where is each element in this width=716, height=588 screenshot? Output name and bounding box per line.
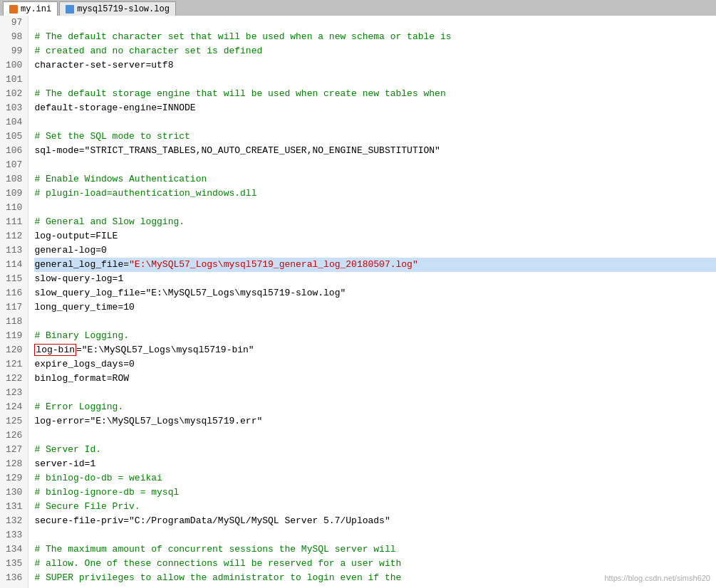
line-number: 130 <box>6 485 22 500</box>
line-number: 120 <box>6 343 22 357</box>
code-line: # Enable Windows Authentication <box>34 172 716 187</box>
line-number: 113 <box>6 243 22 258</box>
line-number: 115 <box>6 272 22 286</box>
line-number: 127 <box>6 443 22 457</box>
line-number: 98 <box>6 30 22 44</box>
line-number: 119 <box>6 329 22 343</box>
code-line <box>34 201 716 215</box>
code-line: # allow. One of these connections will b… <box>34 557 716 571</box>
code-line <box>34 429 716 443</box>
log-icon <box>66 5 74 14</box>
code-line: # Error Logging. <box>34 400 716 414</box>
tab-bar: my.ini mysql5719-slow.log <box>0 0 716 16</box>
db-icon <box>9 5 18 14</box>
line-number: 104 <box>6 115 22 130</box>
line-number: 134 <box>6 542 22 557</box>
code-line: # binlog-do-db = weikai <box>34 471 716 485</box>
line-number: 133 <box>6 528 22 542</box>
code-line: # The maximum amount of concurrent sessi… <box>34 542 716 557</box>
line-number: 125 <box>6 414 22 429</box>
line-number: 101 <box>6 73 22 87</box>
line-number: 103 <box>6 101 22 115</box>
line-number: 112 <box>6 229 22 243</box>
code-line: default-storage-engine=INNODE <box>34 101 716 115</box>
code-line <box>34 158 716 172</box>
code-line: log-error="E:\MySQL57_Logs\mysql5719.err… <box>34 414 716 429</box>
code-line <box>34 315 716 329</box>
code-line <box>34 386 716 400</box>
code-line: binlog_format=ROW <box>34 372 716 386</box>
code-line: # Secure File Priv. <box>34 500 716 514</box>
code-line: # binlog-ignore-db = mysql <box>34 485 716 500</box>
line-number: 114 <box>6 258 22 272</box>
tab-slow-log[interactable]: mysql5719-slow.log <box>59 1 176 16</box>
code-line: slow-query-log=1 <box>34 272 716 286</box>
code-line: # Set the SQL mode to strict <box>34 130 716 144</box>
line-number: 102 <box>6 87 22 101</box>
line-number: 123 <box>6 386 22 400</box>
code-line: long_query_time=10 <box>34 300 716 315</box>
code-line: log-output=FILE <box>34 229 716 243</box>
line-number: 126 <box>6 429 22 443</box>
code-line: # The default character set that will be… <box>34 30 716 44</box>
tab-my-ini-label: my.ini <box>21 4 51 14</box>
line-number: 107 <box>6 158 22 172</box>
code-line: sql-mode="STRICT_TRANS_TABLES,NO_AUTO_CR… <box>34 144 716 158</box>
code-line <box>34 115 716 130</box>
code-line: character-set-server=utf8 <box>34 58 716 73</box>
watermark: https://blog.csdn.net/simsh620 <box>604 574 710 582</box>
line-number: 110 <box>6 201 22 215</box>
code-line: log-bin="E:\MySQL57_Logs\mysql5719-bin" <box>34 343 716 357</box>
editor: 9798991001011021031041051061071081091101… <box>0 16 716 588</box>
code-area[interactable]: # The default character set that will be… <box>28 16 716 588</box>
code-line: general_log_file="E:\MySQL57_Logs\mysql5… <box>34 258 716 272</box>
line-number: 129 <box>6 471 22 485</box>
line-number: 109 <box>6 187 22 201</box>
code-line: server-id=1 <box>34 457 716 471</box>
line-number: 97 <box>6 16 22 30</box>
line-number: 128 <box>6 457 22 471</box>
code-line: secure-file-priv="C:/ProgramData/MySQL/M… <box>34 514 716 528</box>
code-line: # plugin-load=authentication_windows.dll <box>34 187 716 201</box>
code-line: # Binary Logging. <box>34 329 716 343</box>
line-number: 131 <box>6 500 22 514</box>
code-line <box>34 528 716 542</box>
line-number: 100 <box>6 58 22 73</box>
line-numbers: 9798991001011021031041051061071081091101… <box>0 16 28 588</box>
line-number: 105 <box>6 130 22 144</box>
tab-slow-log-label: mysql5719-slow.log <box>77 4 170 14</box>
code-line: # created and no character set is define… <box>34 44 716 58</box>
code-line: # The default storage engine that will b… <box>34 87 716 101</box>
code-line: # Server Id. <box>34 443 716 457</box>
line-number: 135 <box>6 557 22 571</box>
code-line: general-log=0 <box>34 243 716 258</box>
line-number: 136 <box>6 571 22 585</box>
line-number: 117 <box>6 300 22 315</box>
code-line: expire_logs_days=0 <box>34 357 716 372</box>
line-number: 124 <box>6 400 22 414</box>
code-line <box>34 73 716 87</box>
line-number: 116 <box>6 286 22 300</box>
line-number: 132 <box>6 514 22 528</box>
line-number: 122 <box>6 372 22 386</box>
code-line <box>34 16 716 30</box>
tab-my-ini[interactable]: my.ini <box>3 1 58 16</box>
line-number: 99 <box>6 44 22 58</box>
line-number: 108 <box>6 172 22 187</box>
code-line: slow_query_log_file="E:\MySQL57_Logs\mys… <box>34 286 716 300</box>
line-number: 111 <box>6 215 22 229</box>
line-number: 118 <box>6 315 22 329</box>
line-number: 121 <box>6 357 22 372</box>
code-line: # General and Slow logging. <box>34 215 716 229</box>
line-number: 106 <box>6 144 22 158</box>
